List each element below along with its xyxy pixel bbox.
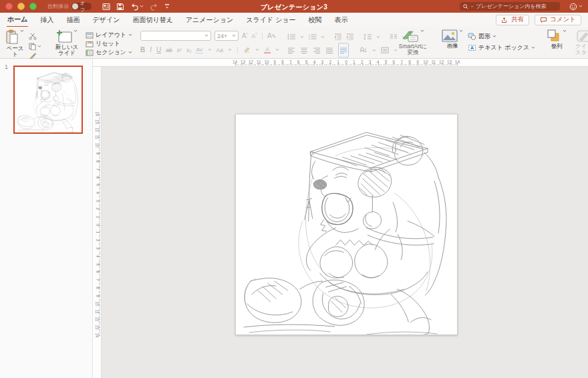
ruler-tick xyxy=(99,260,100,260)
cut-button[interactable] xyxy=(29,31,41,43)
ruler-tick xyxy=(99,267,100,268)
ruler-tick xyxy=(372,64,372,66)
superscript-button[interactable]: x² xyxy=(177,47,182,54)
strikethrough-button[interactable]: ab xyxy=(166,47,172,54)
paste-label: ペースト xyxy=(6,45,24,58)
autosave-toggle[interactable]: オフ xyxy=(71,3,92,10)
share-button[interactable]: 共有 xyxy=(496,15,529,25)
save-button[interactable] xyxy=(116,3,124,11)
ruler-tick xyxy=(268,64,269,66)
font-size-combobox[interactable]: 24+ xyxy=(214,31,239,41)
autosave-control: 自動保存 オフ xyxy=(47,3,92,10)
slide-editing-canvas[interactable] xyxy=(102,67,588,378)
text-direction-button[interactable] xyxy=(359,44,368,56)
ruler-number: 12 xyxy=(95,317,100,322)
subscript-button[interactable]: x₂ xyxy=(186,47,192,54)
font-color-button[interactable]: A xyxy=(264,47,271,54)
slide-thumbnail-selected[interactable] xyxy=(13,66,83,134)
panda-sketch-image[interactable] xyxy=(236,114,457,335)
present-button[interactable] xyxy=(102,3,110,11)
align-text-button[interactable] xyxy=(381,44,389,56)
ruler-number: 3 xyxy=(369,60,372,64)
ruler-tick xyxy=(240,64,241,66)
ruler-tick xyxy=(99,299,100,300)
decrease-indent-button[interactable] xyxy=(334,31,342,43)
change-case-button[interactable]: Aa xyxy=(216,47,223,54)
italic-button[interactable]: I xyxy=(150,46,152,54)
ruler-tick xyxy=(432,64,432,66)
text-direction-icon xyxy=(359,47,368,54)
ruler-number: 4 xyxy=(313,60,316,64)
layout-button[interactable]: レイアウト xyxy=(86,31,132,39)
horizontal-ruler: 141312111098765432101234567891011121314 xyxy=(93,59,588,67)
chevron-down-icon xyxy=(420,29,424,33)
distribute-text-button[interactable] xyxy=(338,43,349,58)
bullets-button[interactable] xyxy=(287,31,296,43)
section-button[interactable]: セクション xyxy=(86,48,132,57)
account-menu[interactable] xyxy=(569,3,583,11)
close-window-button[interactable] xyxy=(5,3,13,10)
comments-button[interactable]: コメント xyxy=(535,15,581,25)
ruler-tick xyxy=(349,64,350,66)
tab-insert[interactable]: 挿入 xyxy=(39,13,54,27)
text-box-button[interactable]: A テキスト ボックス xyxy=(468,43,535,52)
paste-button[interactable]: ペースト xyxy=(4,28,26,57)
new-slide-button[interactable]: 新しいスライド xyxy=(51,28,83,57)
increase-indent-button[interactable] xyxy=(346,31,354,43)
font-name-combobox[interactable] xyxy=(140,31,211,41)
customize-toolbar-button[interactable] xyxy=(164,3,170,10)
highlight-color-button[interactable] xyxy=(243,47,251,53)
slide-1-canvas[interactable] xyxy=(235,114,458,335)
underline-button[interactable]: U xyxy=(156,46,161,54)
reset-button[interactable]: リセット xyxy=(86,39,132,48)
align-right-button[interactable] xyxy=(313,44,321,56)
arrange-button[interactable]: 整列 xyxy=(545,28,569,57)
chevron-down-icon xyxy=(579,5,583,8)
ruler-tick xyxy=(360,64,361,66)
bold-button[interactable]: B xyxy=(140,46,145,54)
copy-button[interactable] xyxy=(29,43,41,50)
tab-slideshow[interactable]: スライド ショー xyxy=(245,13,296,27)
smartart-label: SmartArtに変換 xyxy=(398,43,428,56)
numbering-button[interactable] xyxy=(308,31,317,43)
ruler-tick xyxy=(99,235,100,236)
ruler-tick xyxy=(446,64,447,66)
quick-styles-button[interactable]: クイック スタイル xyxy=(571,28,588,57)
zoom-window-button[interactable] xyxy=(29,3,37,10)
ruler-tick xyxy=(281,64,282,66)
tab-draw[interactable]: 描画 xyxy=(65,13,80,27)
ribbon-tabs: ホーム 挿入 描画 デザイン 画面切り替え アニメーション スライド ショー 校… xyxy=(7,12,348,27)
tab-review[interactable]: 校閲 xyxy=(307,13,322,27)
search-field[interactable]: プレゼンテーション内を検索 xyxy=(460,2,560,11)
align-center-button[interactable] xyxy=(300,44,308,56)
ruler-tick xyxy=(99,297,100,298)
undo-button[interactable] xyxy=(130,3,144,11)
tab-design[interactable]: デザイン xyxy=(92,13,120,27)
tab-home[interactable]: ホーム xyxy=(7,12,28,27)
ruler-tick xyxy=(337,64,337,66)
tab-view[interactable]: 表示 xyxy=(333,13,348,27)
text-box-icon: A xyxy=(468,44,476,52)
character-spacing-button[interactable]: AV xyxy=(196,47,202,54)
shapes-button[interactable]: 図形 xyxy=(468,32,535,41)
align-left-button[interactable] xyxy=(287,44,295,56)
shrink-font-button[interactable]: A^ xyxy=(252,32,258,39)
ruler-tick xyxy=(99,258,100,258)
ruler-tick xyxy=(286,64,287,66)
redo-button[interactable] xyxy=(150,3,158,11)
justify-button[interactable] xyxy=(325,44,333,56)
line-spacing-button[interactable] xyxy=(363,31,372,43)
insert-picture-button[interactable]: 画像 xyxy=(440,28,465,57)
grow-font-button[interactable]: A^ xyxy=(242,32,249,39)
minimize-window-button[interactable] xyxy=(17,3,25,10)
ruler-tick xyxy=(443,64,444,66)
tab-transitions[interactable]: 画面切り替え xyxy=(132,13,173,27)
clear-formatting-button[interactable]: A✎ xyxy=(267,32,276,39)
ruler-number: 12 xyxy=(439,60,444,64)
tab-animations[interactable]: アニメーション xyxy=(185,13,234,27)
smartart-button[interactable]: SmartArtに変換 xyxy=(396,28,430,57)
chevron-down-icon xyxy=(300,35,304,39)
ruler-tick xyxy=(429,64,430,66)
ruler-tick xyxy=(343,64,343,66)
layout-label: レイアウト xyxy=(96,31,126,39)
